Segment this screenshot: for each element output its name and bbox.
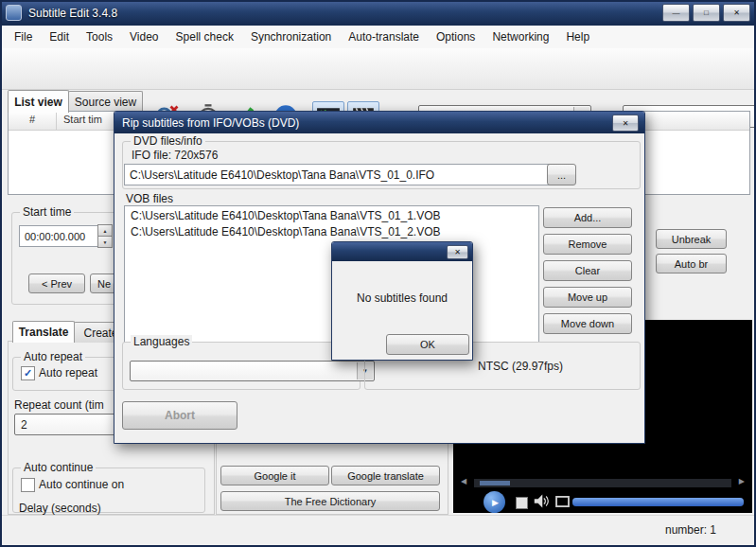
menu-item-options[interactable]: Options [428, 27, 483, 46]
start-time-value: 00:00:00.000 [25, 231, 85, 242]
browse-ifo-button[interactable]: ... [547, 164, 576, 185]
toolbar: ? Format SubRip (.srt) ▼ Encoding 28592:… [0, 48, 756, 90]
remove-vob-button[interactable]: Remove [543, 234, 632, 255]
ifo-path-value: C:\Users\Latitude E6410\Desktop\Tana Ban… [130, 168, 434, 182]
window-title: Subtitle Edit 3.4.8 [28, 7, 117, 20]
titlebar: Subtitle Edit 3.4.8 — □ ✕ [0, 0, 756, 26]
menu-item-tools[interactable]: Tools [78, 27, 121, 46]
volume-slider-fill [572, 498, 744, 506]
abort-button[interactable]: Abort [122, 401, 237, 430]
message-dialog: ✕ No subtitles found OK [331, 241, 473, 361]
rip-dialog-close-button[interactable]: ✕ [612, 115, 639, 132]
vob-list-item[interactable]: C:\Users\Latitude E6410\Desktop\Tana Ban… [125, 224, 538, 240]
delay-label: Delay (seconds) [19, 502, 101, 515]
seek-bar-position [480, 481, 510, 485]
volume-mute-icon[interactable] [533, 493, 551, 512]
auto-repeat-checkbox-label: Auto repeat [39, 366, 97, 379]
menu-item-edit[interactable]: Edit [41, 27, 78, 46]
maximize-button[interactable]: □ [693, 4, 720, 22]
auto-repeat-checkbox[interactable]: ✓ [21, 366, 35, 380]
google-it-button[interactable]: Google it [220, 466, 329, 485]
stop-button[interactable] [516, 497, 528, 509]
column-header-number[interactable]: # [9, 114, 56, 125]
seek-bar[interactable] [474, 479, 731, 487]
clear-vob-button[interactable]: Clear [543, 260, 632, 281]
play-icon: ▶ [492, 498, 499, 507]
start-time-input[interactable]: 00:00:00.000 [19, 225, 109, 247]
close-icon: ✕ [454, 248, 461, 256]
auto-continue-group-label: Auto continue [21, 461, 96, 474]
fps-info-label: NTSC (29.97fps) [478, 360, 563, 373]
app-icon [6, 5, 22, 21]
close-icon: ✕ [733, 9, 740, 17]
google-translate-button[interactable]: Google translate [331, 466, 440, 485]
play-button[interactable]: ▶ [483, 491, 505, 513]
menu-item-auto-translate[interactable]: Auto-translate [340, 27, 428, 46]
auto-continue-checkbox[interactable] [21, 478, 35, 492]
auto-repeat-group-label: Auto repeat [21, 350, 85, 363]
prev-button[interactable]: < Prev [28, 274, 85, 293]
move-up-button[interactable]: Move up [543, 287, 632, 308]
move-down-button[interactable]: Move down [543, 313, 632, 334]
menu-item-networking[interactable]: Networking [483, 27, 557, 46]
menu-item-synchronization[interactable]: Synchronization [242, 27, 340, 46]
start-time-label: Start time [20, 205, 74, 219]
seek-forward-icon[interactable]: ▶ [739, 477, 745, 485]
minimize-icon: — [673, 9, 680, 17]
tab-translate[interactable]: Translate [12, 321, 75, 343]
ifo-path-field[interactable]: C:\Users\Latitude E6410\Desktop\Tana Ban… [124, 164, 552, 185]
tab-list-view[interactable]: List view [8, 90, 69, 113]
start-time-stepper: ▲ ▼ [97, 225, 113, 248]
vob-list-item[interactable]: C:\Users\Latitude E6410\Desktop\Tana Ban… [125, 208, 538, 224]
seek-back-icon[interactable]: ◀ [461, 477, 466, 485]
dvd-files-group-label: DVD files/info [131, 134, 205, 148]
menu-item-spell-check[interactable]: Spell check [167, 27, 242, 46]
vob-files-label: VOB files [126, 192, 173, 205]
menubar: File Edit Tools Video Spell check Synchr… [0, 26, 756, 49]
tab-source-view[interactable]: Source view [68, 91, 143, 113]
auto-continue-checkbox-label: Auto continue on [39, 478, 124, 491]
fullscreen-icon[interactable] [555, 496, 570, 510]
menu-item-file[interactable]: File [6, 27, 41, 46]
statusbar: number: 1 [0, 515, 756, 547]
message-dialog-close-button[interactable]: ✕ [447, 245, 468, 259]
spin-down-button[interactable]: ▼ [97, 236, 113, 248]
menu-item-help[interactable]: Help [557, 27, 598, 46]
caption-buttons: — □ ✕ [662, 4, 750, 22]
minimize-button[interactable]: — [662, 4, 690, 22]
maximize-icon: □ [704, 9, 709, 17]
languages-select[interactable]: ▼ [130, 361, 375, 381]
ifo-info-label: IFO file: 720x576 [132, 149, 218, 162]
repeat-count-value: 2 [21, 418, 27, 432]
auto-br-button[interactable]: Auto br [656, 254, 727, 274]
close-button[interactable]: ✕ [723, 4, 750, 22]
menu-item-video[interactable]: Video [121, 27, 167, 46]
close-icon: ✕ [623, 119, 629, 128]
rip-dialog-titlebar: Rip subtitles from IFO/VOBs (DVD) [114, 112, 644, 133]
languages-group-label: Languages [131, 335, 192, 348]
column-header-start-time[interactable]: Start tim [63, 114, 102, 125]
add-vob-button[interactable]: Add... [543, 207, 632, 228]
check-icon: ✓ [24, 367, 32, 379]
message-text: No subtitles found [332, 291, 472, 305]
ok-button[interactable]: OK [386, 334, 469, 355]
repeat-count-label: Repeat count (tim [14, 398, 104, 412]
unbreak-button[interactable]: Unbreak [656, 229, 727, 249]
free-dictionary-button[interactable]: The Free Dictionary [220, 491, 440, 511]
status-line-number: number: 1 [665, 523, 716, 537]
rip-dialog-title: Rip subtitles from IFO/VOBs (DVD) [122, 116, 299, 130]
volume-slider[interactable] [572, 498, 744, 506]
